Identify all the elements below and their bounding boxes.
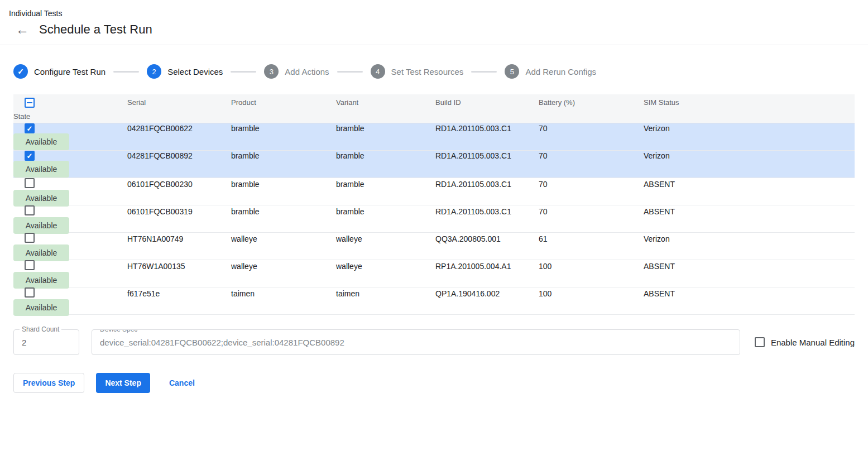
- table-row[interactable]: 04281FQCB00622 bramble bramble RD1A.2011…: [13, 123, 855, 151]
- device-spec-label: Device Spec: [98, 329, 140, 333]
- row-checkbox[interactable]: [25, 151, 35, 161]
- serial-cell: HT76W1A00135: [127, 262, 231, 271]
- step-add-actions[interactable]: 3 Add Actions: [264, 64, 329, 79]
- row-checkbox[interactable]: [25, 205, 35, 215]
- sim-status-cell: ABSENT: [644, 180, 855, 189]
- state-badge: Available: [13, 217, 69, 234]
- step-number: 4: [371, 64, 385, 79]
- sim-status-cell: Verizon: [644, 234, 855, 243]
- shard-count-label: Shard Count: [20, 325, 61, 333]
- main-content: ✓ Configure Test Run 2 Select Devices 3 …: [0, 64, 868, 415]
- step-select-devices[interactable]: 2 Select Devices: [147, 64, 223, 79]
- build-id-cell: RD1A.201105.003.C1: [435, 180, 539, 189]
- row-checkbox[interactable]: [25, 178, 35, 188]
- build-id-cell: QQ3A.200805.001: [435, 234, 539, 243]
- state-badge: Available: [13, 161, 69, 178]
- breadcrumb: Individual Tests: [9, 9, 859, 18]
- column-header-state: State: [13, 112, 127, 121]
- row-checkbox[interactable]: [25, 287, 35, 298]
- variant-cell: walleye: [336, 234, 435, 243]
- battery-cell: 70: [539, 180, 644, 189]
- table-row[interactable]: 04281FQCB00892 bramble bramble RD1A.2011…: [13, 151, 855, 178]
- product-cell: walleye: [231, 234, 336, 243]
- battery-cell: 70: [539, 151, 644, 160]
- step-label: Add Actions: [285, 67, 329, 76]
- next-step-button[interactable]: Next Step: [96, 373, 150, 393]
- state-badge: Available: [13, 190, 69, 207]
- step-number: 2: [147, 64, 161, 79]
- previous-step-button[interactable]: Previous Step: [13, 373, 84, 393]
- action-buttons: Previous Step Next Step Cancel: [13, 373, 855, 393]
- serial-cell: 04281FQCB00892: [127, 151, 231, 160]
- device-spec-field[interactable]: Device Spec device_serial:04281FQCB00622…: [92, 329, 740, 355]
- step-add-rerun-configs[interactable]: 5 Add Rerun Configs: [505, 64, 596, 79]
- step-set-test-resources[interactable]: 4 Set Test Resources: [371, 64, 464, 79]
- serial-cell: 06101FQCB00230: [127, 180, 231, 189]
- battery-cell: 61: [539, 234, 644, 243]
- state-badge: Available: [13, 244, 69, 261]
- enable-manual-editing-checkbox[interactable]: [755, 337, 765, 347]
- device-table: Serial Product Variant Build ID Battery …: [13, 94, 855, 315]
- row-checkbox[interactable]: [25, 123, 35, 133]
- enable-manual-editing-label: Enable Manual Editing: [771, 338, 855, 347]
- build-id-cell: RD1A.201105.003.C1: [435, 207, 539, 216]
- column-header-battery: Battery (%): [539, 98, 644, 107]
- build-id-cell: RD1A.201105.003.C1: [435, 124, 539, 133]
- column-header-product: Product: [231, 98, 336, 107]
- battery-cell: 100: [539, 262, 644, 271]
- state-cell: Available: [13, 217, 127, 234]
- build-id-cell: QP1A.190416.002: [435, 289, 539, 298]
- row-checkbox[interactable]: [25, 233, 35, 243]
- sim-status-cell: ABSENT: [644, 262, 855, 271]
- cancel-button[interactable]: Cancel: [160, 373, 204, 393]
- state-badge: Available: [13, 272, 69, 289]
- step-configure-test-run[interactable]: ✓ Configure Test Run: [13, 64, 105, 79]
- step-label: Select Devices: [167, 67, 223, 76]
- state-cell: Available: [13, 161, 127, 178]
- form-row: Shard Count 2 Device Spec device_serial:…: [13, 329, 855, 355]
- step-label: Add Rerun Configs: [525, 67, 596, 76]
- state-badge: Available: [13, 299, 69, 316]
- variant-cell: taimen: [336, 289, 435, 298]
- table-header-row: Serial Product Variant Build ID Battery …: [13, 94, 855, 123]
- state-badge: Available: [13, 133, 69, 150]
- column-header-serial: Serial: [127, 98, 231, 107]
- build-id-cell: RP1A.201005.004.A1: [435, 262, 539, 271]
- serial-cell: 06101FQCB00319: [127, 207, 231, 216]
- table-row[interactable]: HT76N1A00749 walleye walleye QQ3A.200805…: [13, 233, 855, 260]
- select-all-checkbox[interactable]: [25, 98, 35, 108]
- state-cell: Available: [13, 190, 127, 207]
- state-cell: Available: [13, 244, 127, 261]
- sim-status-cell: ABSENT: [644, 289, 855, 298]
- step-number: 5: [505, 64, 519, 79]
- step-connector: [337, 71, 363, 73]
- state-cell: Available: [13, 133, 127, 150]
- table-row[interactable]: f617e51e taimen taimen QP1A.190416.002 1…: [13, 287, 855, 315]
- header-divider: [0, 45, 868, 45]
- variant-cell: bramble: [336, 207, 435, 216]
- variant-cell: walleye: [336, 262, 435, 271]
- step-number: 3: [264, 64, 279, 79]
- serial-cell: f617e51e: [127, 289, 231, 298]
- sim-status-cell: Verizon: [644, 151, 855, 160]
- product-cell: walleye: [231, 262, 336, 271]
- shard-count-value: 2: [22, 338, 26, 347]
- column-header-sim-status: SIM Status: [644, 98, 855, 107]
- battery-cell: 70: [539, 124, 644, 133]
- battery-cell: 70: [539, 207, 644, 216]
- state-cell: Available: [13, 299, 127, 316]
- table-row[interactable]: 06101FQCB00230 bramble bramble RD1A.2011…: [13, 178, 855, 205]
- variant-cell: bramble: [336, 151, 435, 160]
- step-connector: [113, 71, 139, 73]
- table-row[interactable]: HT76W1A00135 walleye walleye RP1A.201005…: [13, 260, 855, 287]
- enable-manual-editing-toggle[interactable]: Enable Manual Editing: [755, 337, 855, 347]
- state-cell: Available: [13, 272, 127, 289]
- step-label: Set Test Resources: [391, 67, 464, 76]
- shard-count-field[interactable]: Shard Count 2: [13, 329, 79, 355]
- build-id-cell: RD1A.201105.003.C1: [435, 151, 539, 160]
- table-row[interactable]: 06101FQCB00319 bramble bramble RD1A.2011…: [13, 205, 855, 233]
- product-cell: bramble: [231, 180, 336, 189]
- back-arrow-icon[interactable]: ←: [16, 23, 29, 36]
- row-checkbox[interactable]: [25, 260, 35, 270]
- page-header: Individual Tests ← Schedule a Test Run: [0, 0, 868, 45]
